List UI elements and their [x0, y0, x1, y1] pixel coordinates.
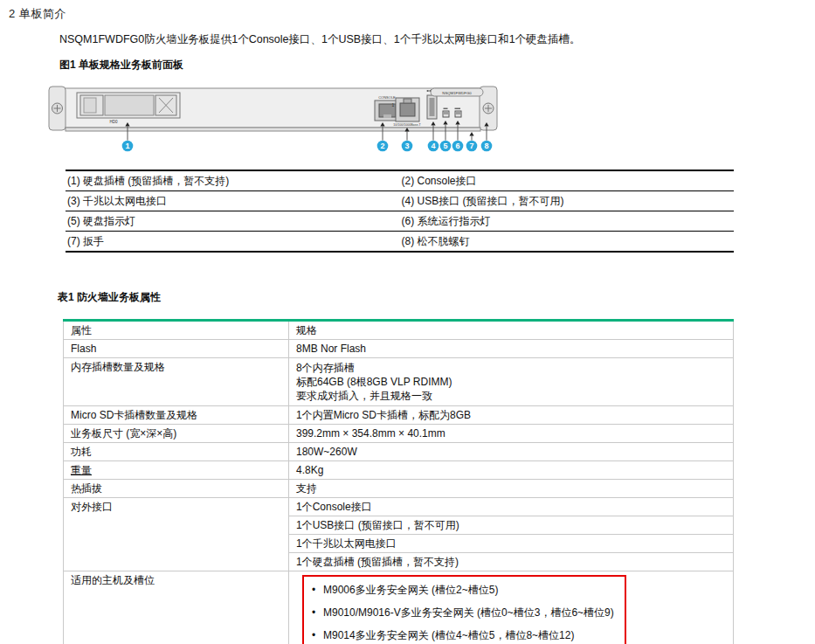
spec-value: M9006多业务安全网关 (槽位2~槽位5) M9010/M9016-V多业务安… — [289, 571, 734, 644]
memory-line: 标配64GB (8根8GB VLP RDIMM) — [296, 375, 726, 389]
table-caption: 表1 防火墙业务板属性 — [58, 290, 161, 305]
spec-row-hotswap: 热插拔 支持 — [64, 480, 734, 498]
legend-row: (3) 千兆以太网电接口 (4) USB接口 (预留接口，暂不可用) — [66, 191, 734, 211]
spec-name: 功耗 — [64, 443, 289, 461]
ethernet-port — [396, 98, 419, 121]
legend-cell-3: (3) 千兆以太网电接口 — [66, 191, 400, 211]
right-screw-icon — [483, 103, 494, 114]
legend-row: (7) 扳手 (8) 松不脱螺钉 — [66, 232, 734, 253]
spec-value: 180W~260W — [289, 443, 734, 461]
spec-name: 业务板尺寸 (宽×深×高) — [64, 425, 289, 443]
legend-cell-1: (1) 硬盘插槽 (预留插槽，暂不支持) — [66, 170, 400, 191]
document-page: 2 单板简介 NSQM1FWDFG0防火墙业务板提供1个Console接口、1个… — [0, 0, 815, 644]
legend-cell-2: (2) Console接口 — [400, 170, 735, 191]
interface-item: 1个Console接口 — [289, 498, 734, 516]
spec-name: 热插拔 — [64, 480, 289, 498]
legend-row: (1) 硬盘插槽 (预留插槽，暂不支持) (2) Console接口 — [66, 170, 734, 191]
intro-paragraph: NSQM1FWDFG0防火墙业务板提供1个Console接口、1个USB接口、1… — [59, 32, 776, 47]
memory-line: 要求成对插入，并且规格一致 — [296, 389, 726, 403]
spec-row-power: 功耗 180W~260W — [64, 443, 734, 461]
spec-value: 399.2mm × 354.8mm × 40.1mm — [289, 425, 734, 443]
legend-row: (5) 硬盘指示灯 (6) 系统运行指示灯 — [66, 211, 734, 232]
spec-header-spec: 规格 — [289, 321, 734, 340]
svg-text:7: 7 — [469, 142, 473, 150]
spec-value: 8个内存插槽 标配64GB (8根8GB VLP RDIMM) 要求成对插入，并… — [289, 358, 734, 406]
weight-term: 重量 — [71, 464, 92, 476]
host-bullet: M9010/M9016-V多业务安全网关 (槽位0~槽位3，槽位6~槽位9) — [309, 606, 614, 620]
spec-row-hosts: 适用的主机及槽位 M9006多业务安全网关 (槽位2~槽位5) M9010/M9… — [64, 571, 734, 644]
spec-name: Flash — [64, 340, 289, 358]
spec-header-row: 属性 规格 — [64, 321, 734, 340]
highlight-red-box: M9006多业务安全网关 (槽位2~槽位5) M9010/M9016-V多业务安… — [302, 575, 626, 644]
front-panel-figure: HD0 CONSOLE 1 10/100/1000Base-T — [48, 86, 498, 159]
board-name-label: NSQM1FWDFG0 — [442, 91, 472, 95]
interface-item: 1个千兆以太网电接口 — [289, 535, 734, 553]
host-bullet: M9006多业务安全网关 (槽位2~槽位5) — [309, 584, 614, 597]
spec-value: 4.8Kg — [289, 461, 734, 480]
svg-text:8: 8 — [484, 142, 488, 150]
figure-caption: 图1 单板规格业务板前面板 — [59, 58, 183, 73]
spec-name: 内存插槽数量及规格 — [64, 358, 289, 406]
hdd-label: HD0 — [109, 120, 117, 124]
callout-7: 7 — [466, 132, 478, 151]
eth-speed-label: 10/100/1000Base-T — [393, 123, 421, 127]
spec-row-weight: 重量 4.8Kg — [64, 461, 734, 480]
spec-row-flash: Flash 8MB Nor Flash — [64, 340, 734, 358]
spec-name: 重量 — [64, 461, 289, 480]
legend-cell-4: (4) USB接口 (预留接口，暂不可用) — [400, 191, 735, 211]
spec-row-memory: 内存插槽数量及规格 8个内存插槽 标配64GB (8根8GB VLP RDIMM… — [64, 358, 734, 406]
spec-name: 对外接口 — [64, 498, 289, 571]
usb-port — [427, 95, 437, 119]
interface-item: 1个硬盘插槽 (预留插槽，暂不支持) — [289, 553, 734, 571]
interface-item: 1个USB接口 (预留接口，暂不可用) — [289, 516, 734, 535]
spec-value: 支持 — [289, 480, 734, 498]
section-heading: 2 单板简介 — [9, 6, 66, 22]
front-panel-drawing: HD0 CONSOLE 1 10/100/1000Base-T — [48, 86, 498, 159]
spec-row-interfaces: 对外接口 1个Console接口 — [64, 498, 734, 516]
figure-legend-table: (1) 硬盘插槽 (预留插槽，暂不支持) (2) Console接口 (3) 千… — [66, 170, 734, 253]
legend-cell-5: (5) 硬盘指示灯 — [66, 211, 400, 232]
svg-text:6: 6 — [455, 142, 459, 150]
legend-cell-8: (8) 松不脱螺钉 — [400, 232, 735, 253]
spec-value: 8MB Nor Flash — [289, 340, 734, 358]
spec-header-attribute: 属性 — [64, 321, 289, 340]
svg-text:4: 4 — [431, 142, 435, 150]
hdd-slot — [77, 93, 180, 118]
svg-text:5: 5 — [443, 142, 447, 150]
legend-cell-7: (7) 扳手 — [66, 232, 400, 253]
spec-row-microsd: Micro SD卡插槽数量及规格 1个内置Micro SD卡插槽，标配为8GB — [64, 406, 734, 425]
left-screw-icon — [52, 103, 63, 114]
spec-name: 适用的主机及槽位 — [64, 571, 289, 644]
console-label: CONSOLE — [378, 95, 396, 100]
svg-text:3: 3 — [404, 142, 409, 150]
spec-table: 属性 规格 Flash 8MB Nor Flash 内存插槽数量及规格 8个内存… — [63, 319, 734, 644]
legend-cell-6: (6) 系统运行指示灯 — [400, 211, 735, 232]
spec-row-dimensions: 业务板尺寸 (宽×深×高) 399.2mm × 354.8mm × 40.1mm — [64, 425, 734, 443]
svg-text:1: 1 — [125, 142, 129, 150]
memory-line: 8个内存插槽 — [296, 361, 726, 375]
spec-value: 1个内置Micro SD卡插槽，标配为8GB — [289, 406, 734, 425]
eth-port-number: 1 — [392, 102, 395, 107]
spec-name: Micro SD卡插槽数量及规格 — [64, 406, 289, 425]
host-bullet: M9014多业务安全网关 (槽位4~槽位5，槽位8~槽位12) — [309, 629, 614, 642]
svg-text:2: 2 — [380, 142, 384, 150]
